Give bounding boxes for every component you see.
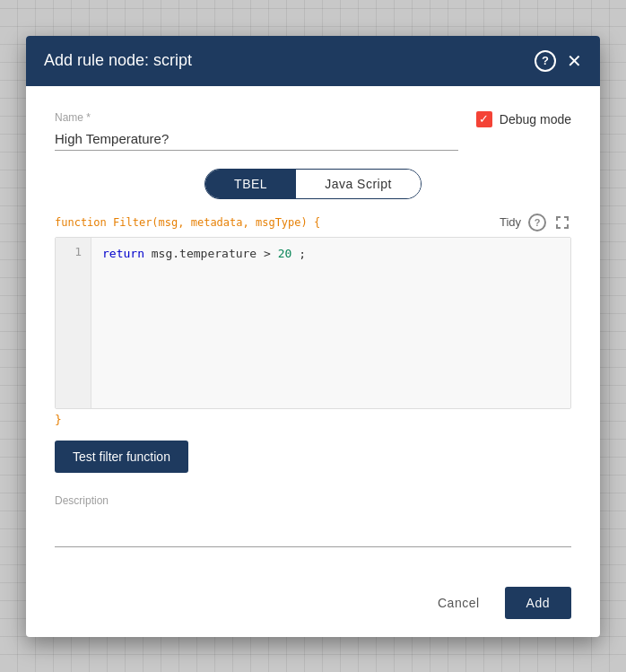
debug-mode-section: ✓ Debug mode bbox=[476, 111, 571, 127]
line-number: 1 bbox=[65, 245, 82, 258]
close-icon[interactable]: ✕ bbox=[567, 52, 582, 70]
code-content[interactable]: return msg.temperature > 20 ; bbox=[91, 238, 570, 408]
line-numbers: 1 bbox=[56, 238, 91, 408]
code-area: 1 return msg.temperature > 20 ; bbox=[56, 238, 570, 408]
dialog-title: Add rule node: script bbox=[44, 51, 192, 70]
code-header: function Filter(msg, metadata, msgType) … bbox=[55, 214, 571, 231]
function-signature: function Filter(msg, metadata, msgType) … bbox=[55, 216, 320, 229]
name-input[interactable] bbox=[55, 127, 458, 151]
debug-mode-label: Debug mode bbox=[500, 112, 571, 127]
dialog-header: Add rule node: script ? ✕ bbox=[26, 36, 600, 86]
description-label: Description bbox=[55, 494, 571, 507]
name-label: Name * bbox=[55, 111, 458, 124]
add-button[interactable]: Add bbox=[505, 587, 571, 619]
code-number: 20 bbox=[278, 247, 292, 260]
keyword-return: return bbox=[102, 247, 144, 260]
dialog: Add rule node: script ? ✕ Name * ✓ Debug… bbox=[26, 36, 600, 637]
name-field: Name * bbox=[55, 111, 458, 151]
name-debug-row: Name * ✓ Debug mode bbox=[55, 111, 571, 151]
code-editor: 1 return msg.temperature > 20 ; bbox=[55, 237, 571, 409]
code-line-1: return msg.temperature > 20 ; bbox=[102, 245, 560, 264]
tab-javascript[interactable]: Java Script bbox=[296, 170, 421, 198]
dialog-body: Name * ✓ Debug mode TBEL Java Script fun… bbox=[26, 86, 600, 576]
test-filter-button[interactable]: Test filter function bbox=[55, 441, 188, 473]
tab-row: TBEL Java Script bbox=[55, 169, 571, 199]
code-help-icon[interactable]: ? bbox=[528, 214, 546, 231]
checkbox-check-icon: ✓ bbox=[479, 112, 489, 126]
fullscreen-icon[interactable] bbox=[553, 214, 571, 231]
help-icon[interactable]: ? bbox=[535, 50, 556, 72]
tidy-button[interactable]: Tidy bbox=[500, 215, 521, 229]
cancel-button[interactable]: Cancel bbox=[423, 589, 494, 617]
dialog-footer: Cancel Add bbox=[26, 576, 600, 637]
code-text: msg.temperature > bbox=[152, 247, 278, 260]
description-section: Description bbox=[55, 494, 571, 547]
description-input[interactable] bbox=[55, 511, 571, 547]
code-semicolon: ; bbox=[299, 247, 306, 260]
code-toolbar: Tidy ? bbox=[500, 214, 571, 231]
closing-brace: } bbox=[55, 413, 571, 426]
dialog-header-icons: ? ✕ bbox=[535, 50, 582, 72]
tab-tbel[interactable]: TBEL bbox=[205, 170, 296, 198]
tab-group: TBEL Java Script bbox=[204, 169, 422, 199]
debug-mode-checkbox[interactable]: ✓ bbox=[476, 111, 492, 127]
